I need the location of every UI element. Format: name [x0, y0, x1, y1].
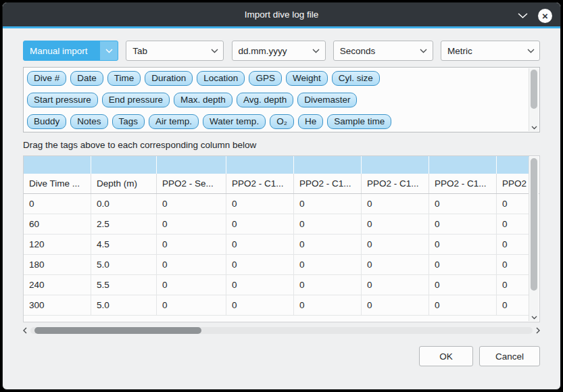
column-header[interactable]: Dive Time ... — [24, 174, 91, 193]
table-cell[interactable]: 5.5 — [91, 275, 157, 295]
drop-target-cell[interactable] — [91, 156, 157, 174]
tag-tags[interactable]: Tags — [112, 114, 145, 129]
drop-target-cell[interactable] — [294, 156, 362, 174]
table-cell[interactable]: 0 — [429, 275, 497, 295]
table-cell[interactable]: 0 — [362, 214, 429, 235]
close-icon[interactable]: × — [538, 9, 552, 23]
scrollbar-thumb[interactable] — [531, 158, 537, 291]
tag-max-depth[interactable]: Max. depth — [174, 93, 232, 107]
drop-target-cell[interactable] — [157, 156, 226, 174]
duration-format-select[interactable]: Seconds — [333, 41, 433, 61]
table-cell[interactable]: 4.5 — [91, 235, 157, 255]
table-cell[interactable]: 0 — [226, 194, 294, 214]
column-header[interactable]: PPO2 - C1... — [294, 174, 362, 193]
tag-dive[interactable]: Dive # — [27, 71, 66, 86]
table-cell[interactable]: 0 — [294, 194, 362, 214]
chevron-down-icon[interactable] — [518, 13, 528, 19]
tag-avg-depth[interactable]: Avg. depth — [237, 93, 293, 107]
scroll-right-arrow-icon[interactable] — [536, 327, 540, 334]
tag-water-temp[interactable]: Water temp. — [203, 114, 266, 129]
drop-target-cell[interactable] — [362, 156, 429, 174]
table-cell[interactable]: 0 — [294, 235, 362, 255]
table-cell[interactable]: 0 — [226, 295, 294, 316]
tag-date[interactable]: Date — [70, 71, 103, 86]
table-cell[interactable]: 0 — [497, 214, 531, 235]
tag-start-pressure[interactable]: Start pressure — [27, 93, 98, 107]
table-cell[interactable]: 0 — [157, 235, 226, 255]
table-cell[interactable]: 0 — [429, 295, 497, 316]
table-cell[interactable]: 0 — [226, 255, 294, 275]
table-cell[interactable]: 300 — [24, 295, 91, 316]
table-cell[interactable]: 0 — [226, 275, 294, 295]
table-cell[interactable]: 0 — [294, 214, 362, 235]
import-type-select[interactable]: Manual import — [23, 41, 118, 61]
table-cell[interactable]: 0 — [497, 295, 531, 316]
table-cell[interactable]: 0 — [362, 295, 429, 316]
tag-he[interactable]: He — [298, 114, 323, 129]
table-cell[interactable]: 5.0 — [91, 295, 157, 316]
table-cell[interactable]: 0 — [362, 235, 429, 255]
column-header[interactable]: PPO2 — [497, 174, 531, 193]
table-cell[interactable]: 0 — [362, 255, 429, 275]
table-cell[interactable]: 0 — [294, 275, 362, 295]
table-vertical-scrollbar[interactable] — [529, 157, 539, 321]
table-cell[interactable]: 120 — [24, 235, 91, 255]
date-format-select[interactable]: dd.mm.yyyy — [232, 41, 326, 61]
table-cell[interactable]: 0 — [157, 194, 226, 214]
table-cell[interactable]: 0 — [294, 295, 362, 316]
column-header[interactable]: PPO2 - C1... — [362, 174, 429, 193]
tag-box-vertical-scrollbar[interactable] — [529, 68, 539, 131]
tag-cyl-size[interactable]: Cyl. size — [332, 71, 380, 86]
tag-buddy[interactable]: Buddy — [27, 114, 66, 129]
table-cell[interactable]: 0 — [294, 255, 362, 275]
table-cell[interactable]: 0 — [157, 255, 226, 275]
table-cell[interactable]: 0 — [157, 295, 226, 316]
table-cell[interactable]: 0 — [429, 235, 497, 255]
drop-target-cell[interactable] — [226, 156, 294, 174]
scrollbar-thumb[interactable] — [531, 70, 537, 109]
titlebar[interactable]: Import dive log file × — [3, 3, 560, 28]
table-cell[interactable]: 0.0 — [91, 194, 157, 214]
tag-location[interactable]: Location — [197, 71, 245, 86]
tag-sample-time[interactable]: Sample time — [327, 114, 391, 129]
table-cell[interactable]: 0 — [362, 194, 429, 214]
ok-button[interactable]: OK — [419, 346, 473, 366]
cancel-button[interactable]: Cancel — [479, 346, 540, 366]
field-separator-select[interactable]: Tab — [126, 41, 224, 61]
units-select[interactable]: Metric — [441, 41, 540, 61]
table-cell[interactable]: 0 — [497, 194, 531, 214]
tag-notes[interactable]: Notes — [70, 114, 107, 129]
table-cell[interactable]: 0 — [497, 255, 531, 275]
table-cell[interactable]: 0 — [429, 194, 497, 214]
table-cell[interactable]: 0 — [226, 235, 294, 255]
table-cell[interactable]: 0 — [226, 214, 294, 235]
table-cell[interactable]: 60 — [24, 214, 91, 235]
table-cell[interactable]: 0 — [24, 194, 91, 214]
tag-end-pressure[interactable]: End pressure — [102, 93, 170, 107]
tag-divemaster[interactable]: Divemaster — [297, 93, 357, 107]
scrollbar-track[interactable] — [30, 327, 533, 334]
table-cell[interactable]: 0 — [497, 275, 531, 295]
tag-gps[interactable]: GPS — [249, 71, 282, 86]
tag-air-temp[interactable]: Air temp. — [149, 114, 199, 129]
table-cell[interactable]: 5.0 — [91, 255, 157, 275]
column-header[interactable]: PPO2 - C1... — [429, 174, 497, 193]
drop-target-cell[interactable] — [24, 156, 91, 174]
table-cell[interactable]: 180 — [24, 255, 91, 275]
table-cell[interactable]: 240 — [24, 275, 91, 295]
column-header[interactable]: PPO2 - Se... — [157, 174, 226, 193]
scrollbar-thumb[interactable] — [34, 327, 201, 334]
column-header[interactable]: PPO2 - C1... — [226, 174, 294, 193]
tag-time[interactable]: Time — [107, 71, 141, 86]
table-cell[interactable]: 0 — [429, 214, 497, 235]
table-cell[interactable]: 0 — [497, 235, 531, 255]
table-cell[interactable]: 2.5 — [91, 214, 157, 235]
table-cell[interactable]: 0 — [429, 255, 497, 275]
drop-target-cell[interactable] — [429, 156, 497, 174]
scroll-down-arrow-icon[interactable] — [529, 126, 539, 130]
table-cell[interactable]: 0 — [362, 275, 429, 295]
drop-target-cell[interactable] — [497, 156, 529, 174]
scroll-down-arrow-icon[interactable] — [529, 316, 539, 320]
table-cell[interactable]: 0 — [157, 275, 226, 295]
scroll-left-arrow-icon[interactable] — [23, 327, 27, 334]
